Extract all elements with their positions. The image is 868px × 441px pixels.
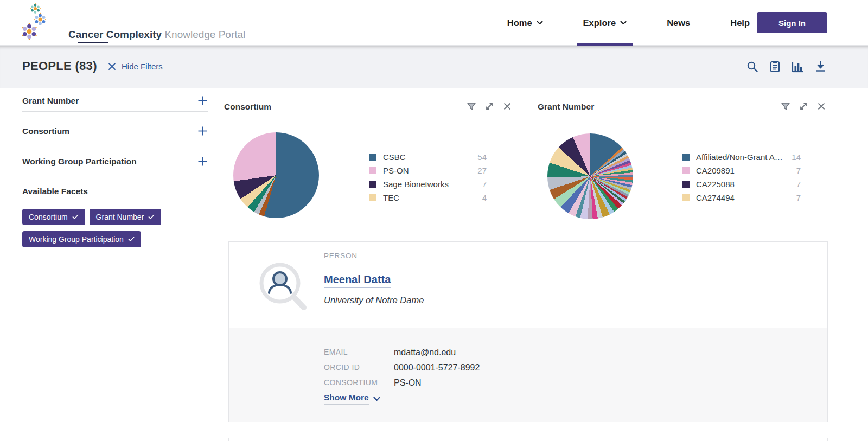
nav-explore[interactable]: Explore — [577, 0, 634, 46]
top-nav-bar: Cancer Complexity Knowledge Portal Home … — [0, 0, 868, 46]
legend-value: 54 — [477, 152, 487, 162]
legend-item[interactable]: TEC 4 — [369, 191, 487, 204]
nav-news[interactable]: News — [660, 0, 697, 46]
facet-group-consortium[interactable]: Consortium — [22, 126, 208, 142]
chip-grant-number[interactable]: Grant Number — [90, 209, 162, 225]
clipboard-icon[interactable] — [769, 60, 781, 73]
chip-label: Grant Number — [96, 213, 144, 221]
legend-value: 7 — [796, 166, 801, 175]
legend-value: 14 — [792, 152, 801, 162]
plus-icon[interactable] — [197, 156, 208, 167]
chip-working-group[interactable]: Working Group Participation — [22, 231, 141, 247]
sign-in-button[interactable]: Sign In — [757, 12, 827, 33]
legend-swatch — [682, 181, 690, 188]
legend-value: 27 — [477, 166, 487, 175]
detail-row-orcid: ORCID ID 0000-0001-5727-8992 — [324, 363, 868, 373]
chip-consortium[interactable]: Consortium — [22, 209, 85, 225]
grant-number-chart-controls — [781, 101, 826, 111]
legend-value: 7 — [796, 180, 801, 189]
close-icon[interactable] — [502, 101, 512, 111]
legend-item[interactable]: Affiliated/Non-Grant A… 14 — [682, 150, 801, 164]
consortium-pie-chart[interactable] — [233, 132, 319, 218]
download-icon[interactable] — [814, 60, 827, 73]
chevron-down-icon — [620, 21, 627, 25]
consortium-chart-title: Consortium — [224, 102, 271, 112]
detail-value: PS-ON — [394, 378, 422, 388]
show-more-label: Show More — [324, 393, 369, 405]
expand-icon[interactable] — [799, 101, 808, 111]
show-more-button[interactable]: Show More — [324, 393, 380, 405]
nav-help[interactable]: Help — [724, 0, 756, 46]
nav-explore-label: Explore — [583, 18, 616, 28]
nav-help-label: Help — [730, 18, 750, 28]
legend-swatch — [369, 181, 376, 188]
legend-item[interactable]: CA225088 7 — [682, 177, 801, 191]
results-toolbar: PEOPLE (83) Hide Filters — [0, 46, 868, 88]
grant-number-pie-chart[interactable] — [547, 133, 633, 219]
nav-news-label: News — [667, 18, 690, 28]
detail-label: EMAIL — [324, 348, 394, 357]
page-title: PEOPLE (83) — [22, 59, 97, 73]
available-facets-title: Available Facets — [22, 187, 208, 202]
legend-swatch — [682, 194, 690, 201]
detail-label: ORCID ID — [324, 363, 394, 373]
legend-item[interactable]: CSBC 54 — [369, 150, 487, 164]
facet-label: Consortium — [22, 126, 69, 136]
logo-flowers-icon — [21, 3, 48, 41]
chip-label: Consortium — [29, 213, 68, 221]
filter-funnel-icon[interactable] — [467, 101, 476, 111]
legend-value: 4 — [482, 193, 487, 202]
legend-swatch — [682, 154, 690, 161]
plus-icon[interactable] — [197, 126, 208, 136]
legend-swatch — [369, 167, 376, 174]
facet-chips: Consortium Grant Number Working Group Pa… — [22, 209, 208, 247]
facet-group-grant-number[interactable]: Grant Number — [22, 95, 208, 112]
expand-icon[interactable] — [484, 101, 494, 111]
search-icon[interactable] — [746, 60, 758, 73]
consortium-legend: CSBC 54 PS-ON 27 Sage Bionetworks 7 TEC … — [369, 150, 487, 204]
card-type-label: PERSON — [324, 252, 358, 260]
site-logo[interactable]: Cancer Complexity Knowledge Portal — [21, 3, 48, 41]
legend-label: TEC — [383, 193, 476, 202]
plus-icon[interactable] — [197, 95, 208, 106]
filter-funnel-icon[interactable] — [781, 101, 790, 111]
legend-item[interactable]: PS-ON 27 — [369, 164, 487, 177]
main-nav: Home Explore News Help — [501, 0, 756, 46]
hide-filters-button[interactable]: Hide Filters — [108, 62, 163, 71]
check-icon — [128, 237, 135, 242]
nav-home[interactable]: Home — [501, 0, 550, 46]
hide-filters-label: Hide Filters — [122, 62, 163, 71]
legend-label: PS-ON — [383, 166, 471, 175]
legend-swatch — [369, 154, 376, 161]
person-name-link[interactable]: Meenal Datta — [324, 273, 391, 288]
close-icon — [108, 62, 116, 71]
detail-row-consortium: CONSORTIUM PS-ON — [324, 378, 868, 388]
consortium-chart-controls — [467, 101, 512, 111]
facet-group-working-group[interactable]: Working Group Participation — [22, 156, 208, 172]
legend-label: Sage Bionetworks — [383, 180, 476, 189]
logo-underline — [78, 42, 108, 43]
grant-number-legend: Affiliated/Non-Grant A… 14 CA209891 7 CA… — [682, 150, 801, 204]
legend-item[interactable]: CA274494 7 — [682, 191, 801, 204]
person-search-icon — [253, 256, 307, 310]
detail-value: mdatta@nd.edu — [394, 348, 456, 357]
check-icon — [148, 214, 155, 220]
toolbar-icon-group — [746, 60, 827, 73]
legend-swatch — [369, 194, 376, 201]
bar-chart-icon[interactable] — [792, 60, 804, 73]
facet-label: Working Group Participation — [22, 157, 137, 167]
site-title: Cancer Complexity Knowledge Portal — [68, 29, 245, 41]
legend-label: CSBC — [383, 152, 471, 162]
detail-value: 0000-0001-5727-8992 — [394, 363, 480, 373]
check-icon — [72, 214, 79, 220]
chevron-down-icon — [537, 21, 543, 25]
close-icon[interactable] — [816, 101, 826, 111]
legend-item[interactable]: CA209891 7 — [682, 164, 801, 177]
person-affiliation: University of Notre Dame — [324, 295, 424, 305]
legend-item[interactable]: Sage Bionetworks 7 — [369, 177, 487, 191]
site-title-main: Cancer Complexity — [68, 29, 162, 40]
legend-swatch — [682, 167, 690, 174]
person-details-section: EMAIL mdatta@nd.edu ORCID ID 0000-0001-5… — [229, 328, 827, 422]
detail-label: CONSORTIUM — [324, 378, 394, 388]
chip-label: Working Group Participation — [29, 235, 124, 244]
